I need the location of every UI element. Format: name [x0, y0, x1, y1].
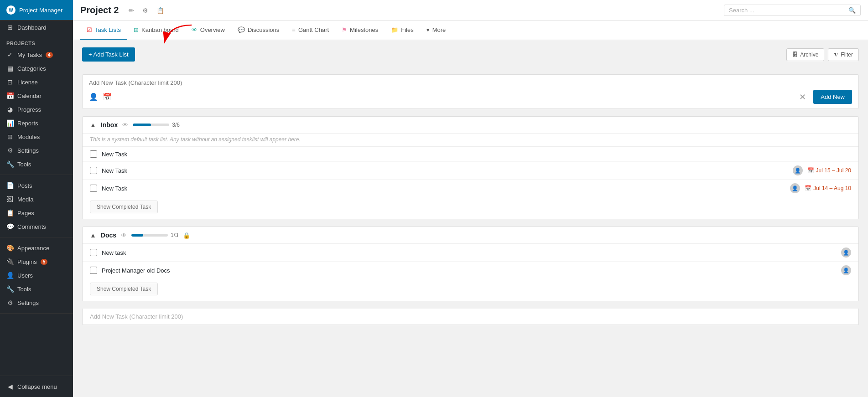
new-task-icons: 👤 📅: [89, 93, 112, 101]
sidebar-item-license[interactable]: ⊡ License: [0, 75, 73, 89]
task-name: New Task: [102, 185, 785, 192]
media-icon: 🖼: [6, 196, 14, 203]
tab-files[interactable]: 📁 Files: [385, 21, 420, 40]
show-completed-inbox-button[interactable]: Show Completed Task: [90, 201, 158, 213]
task-checkbox[interactable]: [90, 185, 97, 192]
tab-more[interactable]: ▾ More: [420, 21, 452, 40]
settings-button[interactable]: ⚙: [140, 5, 150, 16]
tab-gantt-label: Gantt Chart: [298, 26, 329, 33]
sidebar-item-tools[interactable]: 🔧 Tools: [0, 157, 73, 171]
inbox-eye-icon[interactable]: 👁: [122, 122, 128, 129]
tab-gantt[interactable]: ≡ Gantt Chart: [286, 21, 335, 40]
sidebar-item-calendar[interactable]: 📅 Calendar: [0, 89, 73, 103]
search-input[interactable]: [729, 7, 848, 14]
new-task-input[interactable]: [89, 79, 852, 86]
sidebar-item-my-tasks[interactable]: ✓ My Tasks 4: [0, 48, 73, 62]
sidebar-item-posts[interactable]: 📄 Posts: [0, 179, 73, 192]
sidebar-item-progress[interactable]: ◕ Progress: [0, 103, 73, 116]
tab-milestones-label: Milestones: [350, 26, 378, 33]
task-row: New Task 👤 📅 Jul 14 – Aug 10: [83, 180, 858, 197]
tab-discussions[interactable]: 💬 Discussions: [231, 21, 286, 40]
archive-icon: 🗄: [792, 52, 798, 58]
inbox-toggle-icon[interactable]: ▲: [90, 121, 96, 129]
sidebar-item-pages[interactable]: 📋 Pages: [0, 206, 73, 220]
sidebar-item-categories[interactable]: ▤ Categories: [0, 62, 73, 75]
reports-icon: 📊: [6, 119, 14, 127]
collapse-icon: ◀: [6, 383, 14, 390]
sidebar-collapse-menu[interactable]: ◀ Collapse menu: [0, 380, 73, 393]
show-completed-docs-button[interactable]: Show Completed Task: [90, 283, 158, 295]
docs-eye-icon[interactable]: 👁: [121, 232, 127, 239]
sidebar-pages-label: Pages: [17, 210, 34, 217]
project-manager-icon: W: [6, 5, 16, 15]
categories-icon: ▤: [6, 65, 14, 72]
close-new-task-button[interactable]: ✕: [796, 91, 809, 103]
task-name: New Task: [102, 167, 788, 174]
tab-files-label: Files: [401, 26, 413, 33]
filter-icon: ⧨: [834, 52, 838, 58]
sidebar-reports-label: Reports: [17, 120, 38, 127]
search-box[interactable]: 🔍: [724, 5, 861, 16]
add-new-button[interactable]: Add New: [813, 90, 852, 104]
task-checkbox[interactable]: [90, 249, 97, 256]
sidebar-posts-label: Posts: [17, 182, 32, 189]
sidebar-item-project-manager[interactable]: W Project Manager: [0, 0, 73, 20]
sidebar-my-tasks-label: My Tasks: [17, 52, 42, 58]
tab-more-label: More: [432, 26, 446, 33]
appearance-icon: 🎨: [6, 244, 14, 252]
settings2-icon: ⚙: [6, 299, 14, 306]
sidebar-item-dashboard[interactable]: ⊞ Dashboard: [0, 20, 73, 34]
assignee-icon[interactable]: 👤: [89, 93, 98, 101]
task-checkbox[interactable]: [90, 167, 97, 174]
archive-button[interactable]: 🗄 Archive: [786, 48, 824, 61]
sidebar-tools-label: Tools: [17, 161, 31, 168]
sidebar-item-reports[interactable]: 📊 Reports: [0, 116, 73, 130]
task-checkbox[interactable]: [90, 267, 97, 274]
edit-button[interactable]: ✏: [127, 5, 136, 16]
sidebar-plugins-label: Plugins: [17, 258, 37, 265]
add-task-bottom[interactable]: Add New Task (Character limit 200): [82, 309, 859, 325]
sidebar-wp2-section: 🎨 Appearance 🔌 Plugins 5 👤 Users 🔧 Tools…: [0, 237, 73, 314]
calendar-icon: 📅: [6, 92, 14, 99]
tasklist-docs: ▲ Docs 👁 1/3 🔒 New task 👤: [82, 227, 859, 301]
inbox-progress-fill: [133, 124, 151, 126]
tab-task-lists[interactable]: ☑ Task Lists: [80, 21, 127, 40]
sidebar-users-label: Users: [17, 272, 33, 279]
sidebar-item-modules[interactable]: ⊞ Modules: [0, 130, 73, 144]
toolbar-row: + Add Task List 🗄 Archive ⧨ Filter: [82, 47, 859, 69]
task-checkbox[interactable]: [90, 150, 97, 158]
filter-button[interactable]: ⧨ Filter: [828, 48, 859, 61]
copy-button[interactable]: 📋: [155, 5, 166, 16]
date-picker-icon[interactable]: 📅: [103, 93, 112, 101]
archive-label: Archive: [800, 52, 818, 58]
add-tasklist-label: + Add Task List: [88, 51, 129, 58]
task-avatar: 👤: [793, 165, 803, 175]
sidebar-item-tools2[interactable]: 🔧 Tools: [0, 282, 73, 296]
discussions-tab-icon: 💬: [238, 26, 245, 33]
sidebar-item-users[interactable]: 👤 Users: [0, 268, 73, 282]
sidebar-item-appearance[interactable]: 🎨 Appearance: [0, 241, 73, 255]
docs-toggle-icon[interactable]: ▲: [90, 232, 96, 239]
toolbar-right: 🗄 Archive ⧨ Filter: [786, 48, 859, 61]
posts-icon: 📄: [6, 182, 14, 189]
files-tab-icon: 📁: [391, 26, 398, 33]
tab-milestones[interactable]: ⚑ Milestones: [335, 21, 385, 40]
docs-name: Docs: [101, 232, 116, 239]
tasklist-inbox: ▲ Inbox 👁 3/6 This is a system default t…: [82, 116, 859, 219]
tab-kanban[interactable]: ⊞ Kanban board: [127, 21, 185, 40]
tab-overview[interactable]: 👁 Overview: [185, 21, 231, 40]
add-tasklist-button[interactable]: + Add Task List: [82, 47, 135, 62]
task-date: 📅 Jul 15 – Jul 20: [807, 167, 851, 174]
task-row: Project Manager old Docs 👤: [83, 262, 858, 279]
sidebar-item-plugins[interactable]: 🔌 Plugins 5: [0, 255, 73, 268]
sidebar: W Project Manager ⊞ Dashboard Projects ✓…: [0, 0, 73, 397]
lock-icon: 🔒: [183, 232, 190, 239]
sidebar-item-media[interactable]: 🖼 Media: [0, 192, 73, 206]
overview-tab-icon: 👁: [192, 26, 198, 33]
task-name: New Task: [102, 151, 851, 158]
sidebar-item-comments[interactable]: 💬 Comments: [0, 220, 73, 233]
sidebar-bottom: ◀ Collapse menu: [0, 376, 73, 397]
sidebar-item-settings2[interactable]: ⚙ Settings: [0, 296, 73, 309]
page-title: Project 2: [80, 5, 119, 15]
sidebar-item-settings[interactable]: ⚙ Settings: [0, 144, 73, 157]
